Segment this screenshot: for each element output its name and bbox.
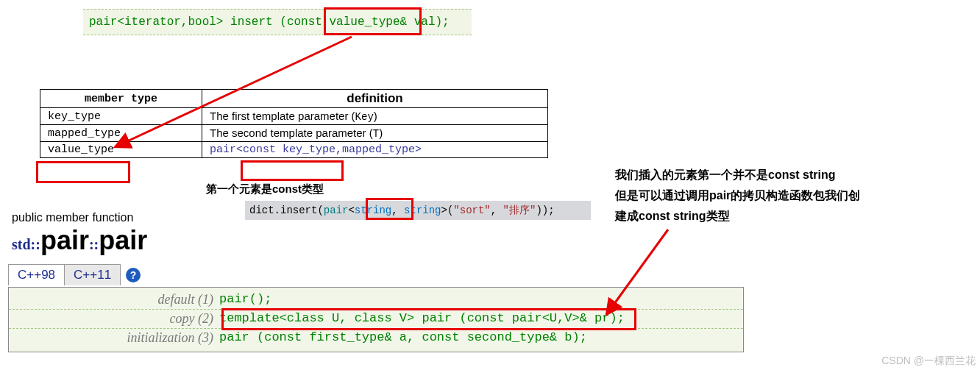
cell-key-type-def: The first template parameter (Key) [202, 108, 548, 125]
header-member-type: member type [40, 90, 202, 108]
highlight-box-const-key-type [241, 160, 344, 181]
table-row: value_type pair<const key_type,mapped_ty… [40, 142, 548, 158]
code-snippet-dict-insert: dict.insert(pair<string, string>("sort",… [245, 201, 591, 220]
table-header-row: member type definition [40, 90, 548, 108]
table-row: key_type The first template parameter (K… [40, 108, 548, 125]
cell-value-type: value_type [40, 142, 202, 158]
commentary-line: 建成const string类型 [615, 206, 931, 227]
tab-cpp11[interactable]: C++11 [64, 264, 121, 285]
header-definition: definition [202, 90, 548, 108]
highlight-box-copy-ctor [221, 308, 636, 330]
cell-value-type-def: pair<const key_type,mapped_type> [202, 142, 548, 158]
ctor-row-default: default (1) pair(); [9, 291, 743, 310]
label-public-member-function: public member function [12, 211, 133, 224]
tab-cpp98[interactable]: C++98 [8, 264, 65, 285]
commentary-line: 我们插入的元素第一个并不是const string [615, 165, 931, 185]
commentary-text: 我们插入的元素第一个并不是const string 但是可以通过调用pair的拷… [615, 165, 931, 227]
watermark: CSDN @一棵西兰花 [881, 355, 976, 368]
commentary-line: 但是可以通过调用pair的拷贝构造函数包我们创 [615, 185, 931, 206]
ctor-code: pair(); [219, 292, 271, 307]
table-row: mapped_type The second template paramete… [40, 125, 548, 142]
ctor-code: pair (const first_type& a, const second_… [219, 330, 587, 346]
heading-std-pair-pair: std::pair::pair [12, 225, 147, 256]
page: pair<iterator,bool> insert (const value_… [0, 0, 980, 370]
highlight-box-string-arg [366, 198, 413, 220]
ctor-row-initialization: initialization (3) pair (const first_typ… [9, 329, 743, 347]
member-type-table: member type definition key_type The firs… [40, 89, 548, 158]
highlight-box-value-type-ref [324, 7, 422, 35]
cell-key-type: key_type [40, 108, 202, 125]
cell-mapped-type-def: The second template parameter (T) [202, 125, 548, 142]
highlight-box-value-type-cell [36, 161, 130, 183]
cell-mapped-type: mapped_type [40, 125, 202, 142]
help-icon[interactable]: ? [126, 268, 141, 282]
tab-bar: C++98 C++11 ? [8, 264, 141, 285]
ctor-label: copy (2) [9, 311, 219, 327]
note-first-element-const: 第一个元素是const类型 [206, 182, 324, 196]
ctor-label: default (1) [9, 292, 219, 307]
ctor-label: initialization (3) [9, 330, 219, 346]
